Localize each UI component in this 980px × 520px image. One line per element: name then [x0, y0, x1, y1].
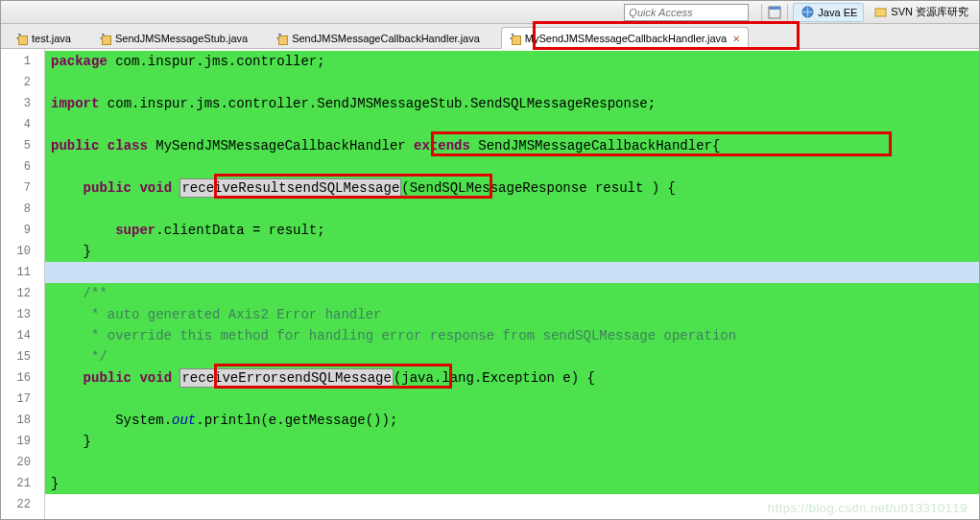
svg-rect-3	[875, 9, 886, 16]
line-number: 22	[1, 494, 44, 515]
code-line: System.out.println(e.getMessage());	[45, 410, 979, 431]
line-number: 1	[1, 51, 44, 72]
line-number: 19	[1, 431, 44, 452]
globe-icon	[800, 5, 815, 20]
code-line: import com.inspur.jms.controller.SendJMS…	[45, 93, 979, 114]
tab-mysendjmscallbackhandler[interactable]: MySendJMSMessageCallbackHandler.java ✕	[501, 27, 749, 49]
line-number: 21	[1, 473, 44, 494]
code-line	[45, 199, 979, 220]
svg-rect-1	[769, 7, 780, 10]
line-number: 2	[1, 72, 44, 93]
code-line: }	[45, 473, 979, 494]
perspective-label: Java EE	[818, 7, 857, 18]
code-line: /**	[45, 283, 979, 304]
line-number: 5	[1, 135, 44, 156]
line-gutter: 1 2 3 4 5 6 7 8 9 10 11 12 13 14 15 16 1…	[1, 49, 45, 519]
code-line	[45, 452, 979, 473]
code-line: public class MySendJMSMessageCallbackHan…	[45, 135, 979, 156]
code-line	[45, 72, 979, 93]
code-line	[45, 389, 979, 410]
open-perspective-icon[interactable]	[767, 5, 782, 20]
code-line: super.clientData = result;	[45, 220, 979, 241]
separator	[761, 4, 762, 21]
code-line	[45, 114, 979, 135]
line-number: 11	[1, 262, 44, 283]
line-number: 18	[1, 410, 44, 431]
code-line: * override this method for handling erro…	[45, 325, 979, 346]
line-number: 4	[1, 114, 44, 135]
tab-test-java[interactable]: test.java	[9, 28, 79, 48]
java-file-icon	[14, 32, 28, 45]
tab-sendjmscallbackhandler[interactable]: SendJMSMessageCallbackHandler.java	[269, 28, 488, 48]
line-number: 9	[1, 220, 44, 241]
line-number: 8	[1, 199, 44, 220]
java-file-icon	[508, 32, 521, 45]
separator	[787, 4, 788, 21]
line-number: 13	[1, 304, 44, 325]
method-name-box: receiveResultsendSQLMessage	[179, 178, 401, 198]
tab-label: MySendJMSMessageCallbackHandler.java	[525, 33, 727, 44]
code-line: * auto generated Axis2 Error handler	[45, 304, 979, 325]
line-number: 20	[1, 452, 44, 473]
code-line: public void receiveErrorsendSQLMessage(j…	[45, 367, 979, 389]
perspective-label: SVN 资源库研究	[891, 5, 968, 19]
code-line: package com.inspur.jms.controller;	[45, 51, 979, 72]
svn-icon	[872, 5, 888, 20]
watermark-text: https://blog.csdn.net/u013310119	[768, 501, 968, 515]
java-file-icon	[98, 32, 111, 45]
line-number: 15	[1, 346, 44, 367]
tab-sendjmsmessagestub[interactable]: SendJMSMessageStub.java	[92, 28, 255, 48]
perspective-svn[interactable]: SVN 资源库研究	[866, 3, 975, 22]
code-line: public void receiveResultsendSQLMessage(…	[45, 177, 979, 199]
code-line	[45, 156, 979, 177]
code-editor[interactable]: 1 2 3 4 5 6 7 8 9 10 11 12 13 14 15 16 1…	[1, 49, 979, 519]
tab-label: SendJMSMessageCallbackHandler.java	[292, 33, 480, 44]
code-line	[45, 262, 979, 283]
line-number: 17	[1, 389, 44, 410]
code-line: }	[45, 241, 979, 262]
line-number: 12	[1, 283, 44, 304]
line-number: 14	[1, 325, 44, 346]
line-number: 10	[1, 241, 44, 262]
line-number: 7	[1, 177, 44, 199]
line-number: 6	[1, 156, 44, 177]
code-area[interactable]: package com.inspur.jms.controller; impor…	[45, 49, 979, 519]
line-number: 3	[1, 93, 44, 114]
quick-access-input[interactable]	[624, 4, 749, 21]
editor-tabs: test.java SendJMSMessageStub.java SendJM…	[1, 24, 979, 49]
perspective-java-ee[interactable]: Java EE	[793, 3, 864, 22]
tab-label: SendJMSMessageStub.java	[115, 33, 248, 44]
code-line: */	[45, 346, 979, 367]
java-file-icon	[275, 32, 288, 45]
tab-label: test.java	[32, 33, 71, 44]
method-name-box: receiveErrorsendSQLMessage	[179, 368, 393, 388]
close-icon[interactable]: ✕	[732, 34, 740, 44]
code-line: }	[45, 431, 979, 452]
toolbar: Java EE SVN 资源库研究	[1, 1, 979, 24]
line-number: 16	[1, 367, 44, 389]
